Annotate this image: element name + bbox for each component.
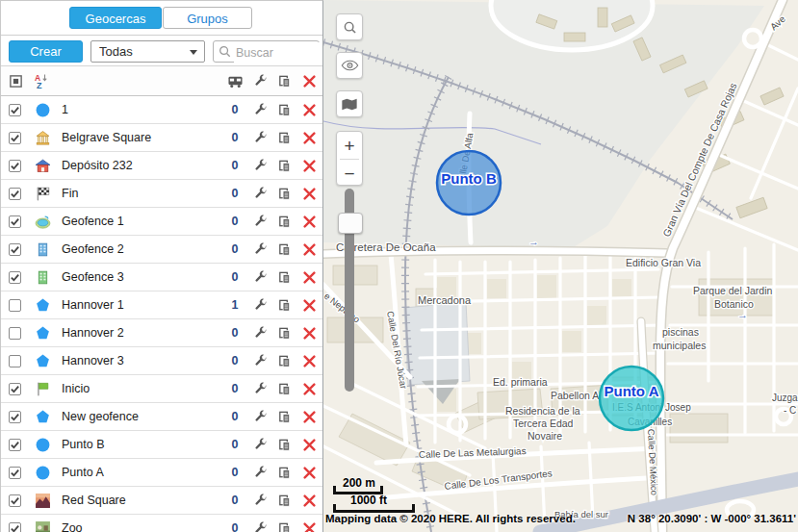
copy-button[interactable]	[272, 326, 296, 341]
table-row[interactable]: 1 0	[1, 96, 322, 124]
copy-button[interactable]	[272, 298, 296, 313]
row-checkbox[interactable]	[9, 104, 21, 116]
geofence-name: Inicio	[55, 382, 221, 395]
properties-button[interactable]	[248, 187, 272, 201]
copy-button[interactable]	[272, 354, 296, 368]
delete-button[interactable]	[296, 439, 322, 451]
table-row[interactable]: Zoo 0	[1, 515, 322, 532]
delete-button[interactable]	[296, 160, 322, 172]
table-row[interactable]: Punto A 0	[1, 459, 322, 487]
geofence-type-icon	[35, 130, 51, 146]
copy-button[interactable]	[272, 438, 296, 452]
row-checkbox[interactable]	[9, 467, 21, 479]
search-input[interactable]	[234, 42, 320, 63]
table-row[interactable]: Geofence 2 0	[1, 236, 322, 264]
copy-button[interactable]	[272, 103, 296, 117]
zoom-slider-thumb[interactable]	[338, 213, 363, 234]
table-row[interactable]: Hannover 1 1	[1, 291, 322, 319]
delete-button[interactable]	[296, 355, 322, 367]
properties-button[interactable]	[248, 410, 272, 424]
properties-button[interactable]	[248, 270, 272, 285]
copy-button[interactable]	[272, 215, 296, 229]
delete-button[interactable]	[296, 271, 322, 284]
copyright-text: Mapping data © 2020 HERE. All rights res…	[325, 513, 576, 524]
copy-button[interactable]	[272, 494, 296, 508]
copy-button[interactable]	[272, 382, 296, 396]
table-row[interactable]: Inicio 0	[1, 375, 322, 403]
tab-geocercas[interactable]: Geocercas	[69, 7, 162, 29]
map-search-button[interactable]	[336, 13, 363, 40]
copy-button[interactable]	[272, 521, 296, 532]
zoom-out-button[interactable]: −	[337, 160, 362, 187]
map-visibility-button[interactable]	[336, 52, 363, 79]
row-checkbox[interactable]	[9, 439, 21, 451]
table-row[interactable]: Punto B 0	[1, 431, 322, 459]
table-row[interactable]: Geofence 1 0	[1, 208, 322, 236]
delete-button[interactable]	[296, 411, 322, 423]
row-checkbox[interactable]	[9, 299, 21, 312]
delete-button[interactable]	[296, 299, 322, 312]
geofence-name: Geofence 1	[55, 215, 221, 228]
delete-button[interactable]	[296, 215, 322, 228]
properties-button[interactable]	[248, 382, 272, 396]
properties-button[interactable]	[248, 494, 272, 508]
row-checkbox[interactable]	[9, 271, 21, 284]
copy-button[interactable]	[272, 466, 296, 480]
copy-button[interactable]	[272, 187, 296, 201]
properties-button[interactable]	[248, 466, 272, 480]
properties-button[interactable]	[248, 298, 272, 313]
row-checkbox[interactable]	[9, 243, 21, 256]
row-checkbox[interactable]	[9, 494, 21, 507]
table-row[interactable]: Hannover 2 0	[1, 319, 322, 347]
properties-button[interactable]	[248, 438, 272, 452]
zoom-in-button[interactable]: +	[337, 132, 362, 159]
map-layers-button[interactable]	[336, 90, 363, 117]
properties-button[interactable]	[248, 521, 272, 532]
table-row[interactable]: Belgrave Square 0	[1, 124, 322, 152]
delete-button[interactable]	[296, 243, 322, 256]
row-checkbox[interactable]	[9, 327, 21, 340]
delete-button[interactable]	[296, 383, 322, 395]
row-checkbox[interactable]	[9, 411, 21, 423]
delete-button[interactable]	[296, 104, 322, 116]
properties-button[interactable]	[248, 326, 272, 341]
delete-button[interactable]	[296, 132, 322, 144]
properties-button[interactable]	[248, 131, 272, 145]
table-row[interactable]: Red Square 0	[1, 487, 322, 515]
row-checkbox[interactable]	[9, 132, 21, 144]
properties-button[interactable]	[248, 354, 272, 368]
copy-button[interactable]	[272, 242, 296, 257]
copy-button[interactable]	[272, 131, 296, 145]
tab-grupos[interactable]: Grupos	[163, 7, 252, 29]
row-checkbox[interactable]	[9, 188, 21, 200]
copy-button[interactable]	[272, 270, 296, 285]
select-all-checkbox[interactable]	[1, 74, 30, 89]
row-checkbox[interactable]	[9, 355, 21, 367]
map-attribution-bar: Mapping data © 2020 HERE. All rights res…	[323, 513, 798, 524]
table-row[interactable]: Geofence 3 0	[1, 264, 322, 291]
row-checkbox[interactable]	[9, 215, 21, 228]
table-row[interactable]: Depósito 232 0	[1, 152, 322, 180]
properties-button[interactable]	[248, 242, 272, 257]
sort-az-icon[interactable]: AZ	[30, 72, 55, 89]
geofence-name: New geofence	[55, 410, 221, 423]
properties-button[interactable]	[248, 159, 272, 173]
delete-button[interactable]	[296, 188, 322, 200]
filter-dropdown[interactable]: Todas	[90, 40, 205, 63]
delete-button[interactable]	[296, 522, 322, 532]
table-row[interactable]: Fin 0	[1, 180, 322, 208]
row-checkbox[interactable]	[9, 522, 21, 532]
properties-button[interactable]	[248, 215, 272, 229]
delete-button[interactable]	[296, 494, 322, 507]
map-canvas[interactable]: Carretera De OcañaMercadonaCalle Del Río…	[323, 0, 798, 532]
properties-button[interactable]	[248, 103, 272, 117]
copy-button[interactable]	[272, 410, 296, 424]
table-row[interactable]: New geofence 0	[1, 403, 322, 431]
delete-button[interactable]	[296, 467, 322, 479]
table-row[interactable]: Hannover 3 0	[1, 347, 322, 375]
row-checkbox[interactable]	[9, 383, 21, 395]
delete-button[interactable]	[296, 327, 322, 340]
create-button[interactable]: Crear	[9, 40, 83, 63]
row-checkbox[interactable]	[9, 160, 21, 172]
copy-button[interactable]	[272, 159, 296, 173]
